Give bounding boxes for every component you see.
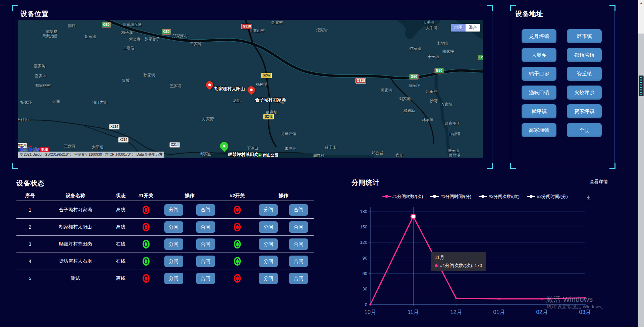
map-type-toggle: 地图 混合: [451, 24, 480, 32]
corner-bracket: [609, 5, 615, 11]
map-place-label: 下渔口: [247, 146, 259, 151]
map-copyright: © 2021 Baidu - GS(2019)5218号 - 甲测资字11009…: [18, 152, 164, 158]
scrollbar-thumb[interactable]: [639, 75, 644, 96]
legend-label: #2分闸时间/(分): [537, 194, 568, 200]
close-button-1[interactable]: 合闸: [196, 273, 215, 284]
cell-index: 4: [29, 259, 32, 264]
close-button-1[interactable]: 合闸: [196, 238, 215, 250]
map-type-hybrid-button[interactable]: 混合: [466, 24, 480, 32]
map-place-label: 二墩岩: [123, 46, 135, 51]
svg-text:10月: 10月: [365, 309, 376, 315]
trip-button-2[interactable]: 分闸: [259, 273, 278, 284]
close-button-2[interactable]: 合闸: [289, 238, 308, 250]
switch1-indicator: [143, 206, 150, 214]
address-town-button[interactable]: 鸭子口乡: [522, 67, 556, 81]
map-place-label: 张家台子: [145, 37, 160, 42]
trip-button-1[interactable]: 分闸: [164, 238, 183, 250]
close-button-2[interactable]: 合闸: [289, 273, 308, 284]
address-town-button[interactable]: 榔坪镇: [522, 104, 556, 118]
map-place-label: 陆子山: [448, 148, 460, 153]
map-place-label: 杨家溪: [20, 100, 32, 105]
scrollbar-top: ▲: [638, 0, 644, 34]
map-place-label: 土地咀: [437, 41, 448, 46]
activate-windows-hint: 转到“设置”以激活 Windows。: [547, 304, 606, 310]
map-place-label: 龙池: [233, 98, 240, 103]
corner-bracket: [487, 5, 493, 11]
cell-status: 离线: [116, 207, 125, 213]
corner-bracket: [12, 163, 18, 169]
legend-item[interactable]: #1分闸次数/(次): [382, 194, 423, 200]
map-type-map-button[interactable]: 地图: [451, 24, 466, 32]
trip-button-1[interactable]: 分闸: [164, 221, 183, 233]
trip-button-2[interactable]: 分闸: [259, 238, 278, 250]
road-badge: S242: [263, 114, 274, 119]
map-place-label: 林家溪: [422, 117, 434, 122]
legend-item[interactable]: #1分闸时间/(分): [430, 194, 471, 200]
svg-text:90: 90: [363, 256, 367, 261]
page-scrollbar: ▲: [638, 0, 644, 327]
address-town-button[interactable]: 高家堰镇: [522, 123, 556, 137]
road-badge: S242: [261, 73, 272, 78]
map-place-label: 彭家河村: [172, 34, 188, 39]
close-button-1[interactable]: 合闸: [196, 221, 215, 233]
corner-bracket: [510, 163, 516, 169]
close-button-2[interactable]: 合闸: [289, 221, 308, 233]
address-town-button[interactable]: 火烧坪乡: [567, 86, 602, 100]
legend-item[interactable]: #2分闸次数/(次): [479, 194, 520, 200]
address-town-button[interactable]: 资丘镇: [567, 67, 602, 81]
map-place-label: 吴家埫: [381, 88, 392, 93]
download-icon[interactable]: [586, 195, 592, 201]
road-badge: X214: [109, 124, 119, 129]
cell-device-name: 晒鼓坪村荒田岗: [59, 241, 92, 247]
trip-button-1[interactable]: 分闸: [164, 204, 183, 216]
address-town-button[interactable]: 渔峡口镇: [522, 86, 556, 100]
table-header-row: 序号 设备名称 状态 #1开关 操作 #2开关 操作: [16, 190, 314, 201]
trip-button-2[interactable]: 分闸: [259, 256, 278, 267]
device-address-panel: 设备地址 龙舟坪镇磨市镇大堰乡都镇湾镇鸭子口乡资丘镇渔峡口镇火烧坪乡榔坪镇贺家坪…: [511, 6, 615, 168]
map-place-label: 千家岭: [190, 42, 202, 47]
map-place-label: 水田冲: [426, 89, 438, 94]
address-button-grid: 龙舟坪镇磨市镇大堰乡都镇湾镇鸭子口乡资丘镇渔峡口镇火烧坪乡榔坪镇贺家坪镇高家堰镇…: [522, 29, 602, 137]
address-town-button[interactable]: 都镇湾镇: [567, 48, 602, 62]
address-town-button[interactable]: 龙舟坪镇: [522, 29, 556, 43]
trip-button-2[interactable]: 分闸: [259, 221, 278, 233]
address-town-button[interactable]: 大堰乡: [522, 48, 556, 62]
view-details-link[interactable]: 查看详情: [590, 179, 608, 185]
baidu-map[interactable]: 笔架槽洞坪天鹅抱蛋胡家湾高家堰互通梅子溪紫金寨二墩岩张家台子彭家河村千家岭金盆村…: [18, 20, 483, 158]
road-badge: X214: [118, 137, 128, 143]
address-town-button[interactable]: 全县: [567, 123, 602, 137]
svg-text:11月: 11月: [408, 309, 419, 315]
map-place-label: 路家坪: [442, 49, 454, 54]
close-button-1[interactable]: 合闸: [196, 204, 215, 216]
trip-button-1[interactable]: 分闸: [164, 256, 183, 267]
map-place-label: 沱泥岩: [316, 28, 328, 33]
legend-label: #2分闸次数/(次): [489, 194, 520, 200]
legend-item[interactable]: #2分闸时间/(分): [527, 194, 568, 200]
close-button-1[interactable]: 合闸: [196, 256, 215, 267]
map-place-label: 三盆河: [64, 144, 76, 149]
park-tree-icon: ♣: [258, 153, 262, 157]
switch2-indicator: [234, 206, 241, 214]
map-place-label: 莲子山: [325, 145, 337, 150]
map-place-label: 刘家坳: [399, 97, 411, 102]
close-button-2[interactable]: 合闸: [289, 204, 308, 216]
svg-text:12月: 12月: [450, 309, 462, 315]
close-button-2[interactable]: 合闸: [289, 256, 308, 267]
map-place-label: 管家坡: [441, 102, 452, 107]
map-place-label: 人手湾: [426, 25, 438, 31]
device-address-title: 设备地址: [515, 9, 543, 18]
road-badge: G50: [435, 68, 444, 73]
switch1-indicator: [143, 223, 150, 231]
device-location-title: 设备位置: [20, 9, 49, 18]
legend-marker-icon: [430, 196, 439, 197]
road-badge: G50: [162, 29, 171, 35]
cell-index: 2: [29, 224, 32, 230]
address-town-button[interactable]: 贺家坪镇: [567, 104, 602, 118]
legend-label: #1分闸次数/(次): [392, 194, 423, 200]
trip-button-2[interactable]: 分闸: [259, 204, 278, 216]
address-town-button[interactable]: 磨市镇: [567, 29, 602, 43]
map-place-label: 湖口村: [313, 153, 325, 158]
svg-text:150: 150: [360, 224, 367, 229]
scroll-up-arrow-icon[interactable]: ▲: [638, 0, 644, 6]
trip-button-1[interactable]: 分闸: [164, 273, 183, 284]
